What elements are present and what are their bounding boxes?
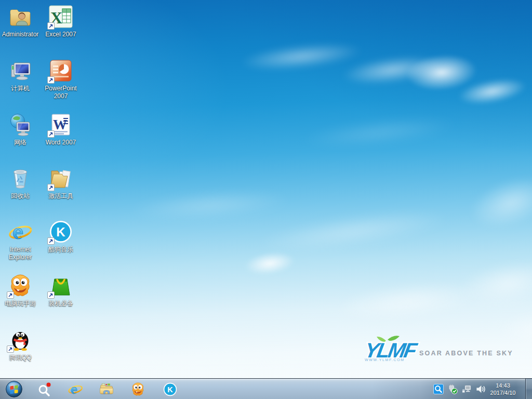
- monkey-icon: [130, 382, 145, 397]
- show-desktop-button[interactable]: [525, 379, 532, 399]
- usb-check-icon: [447, 384, 458, 394]
- icon-label: Excel 2007: [41, 31, 81, 38]
- open-folder-icon: [48, 166, 73, 191]
- blue-magnifier-icon: [433, 384, 444, 394]
- svg-text:e: e: [12, 221, 23, 243]
- system-tray: [433, 379, 486, 399]
- svg-text:e: e: [71, 382, 77, 396]
- word-icon: W: [48, 112, 73, 137]
- windows7-desktop: YLMF YLMF SOAR ABOVE THE SKY WWW.YLMF.CO…: [0, 0, 532, 399]
- taskbar-button-pc-plays-mobile-games[interactable]: [124, 379, 152, 399]
- icon-label: 网络: [1, 139, 40, 147]
- qq-icon: [8, 327, 33, 352]
- recycle-bin-icon: [8, 166, 33, 191]
- computer-icon: [8, 58, 33, 83]
- icon-label: 激活工具: [41, 192, 81, 200]
- tray-network-status[interactable]: [461, 384, 472, 394]
- desktop-icon-kugou-music[interactable]: K 酷狗音乐: [41, 219, 81, 254]
- icon-label: 酷狗音乐: [41, 246, 81, 254]
- excel-icon: X: [48, 4, 73, 29]
- icon-label: 腾讯QQ: [1, 354, 40, 362]
- taskbar-button-internet-explorer[interactable]: e: [61, 379, 89, 399]
- shortcut-arrow-icon: [47, 184, 55, 191]
- desktop-icon-tencent-qq[interactable]: 腾讯QQ: [1, 327, 40, 362]
- network-globe-icon: [8, 112, 33, 137]
- icon-label: Internet Explorer: [1, 246, 40, 261]
- shopping-bag-icon: [48, 273, 73, 298]
- desktop-icon-pc-plays-mobile-games[interactable]: 电脑玩手游: [1, 273, 40, 308]
- taskbar-button-kugou-music[interactable]: K: [156, 379, 184, 399]
- icon-label: PowerPoint 2007: [41, 85, 81, 100]
- monkey-icon: [8, 273, 33, 298]
- taskbar-clock[interactable]: 14:43 2017/4/10: [486, 379, 520, 399]
- taskbar-button-windows-explorer[interactable]: [92, 379, 121, 399]
- icon-label: 回收站: [1, 192, 40, 200]
- shortcut-arrow-icon: [47, 237, 55, 245]
- powerpoint-icon: [48, 58, 73, 83]
- shortcut-arrow-icon: [7, 291, 14, 299]
- shortcut-arrow-icon: [7, 345, 14, 353]
- search-red-dot-icon: [36, 381, 52, 397]
- svg-text:K: K: [167, 385, 173, 393]
- brand-url: WWW.YLMF.COM: [365, 358, 405, 362]
- svg-text:K: K: [56, 225, 65, 239]
- desktop-icon-computer[interactable]: 计算机: [1, 58, 40, 92]
- taskbar: e K: [0, 378, 532, 399]
- tray-volume[interactable]: [475, 384, 486, 394]
- tray-usb-safely-remove[interactable]: [447, 384, 458, 394]
- ie-icon: e: [68, 381, 83, 397]
- desktop-icon-word-2007[interactable]: W Word 2007: [41, 112, 81, 147]
- clock-date: 2017/4/10: [490, 389, 516, 396]
- ie-icon: e: [8, 219, 33, 244]
- user-folder-icon: [8, 4, 33, 29]
- shortcut-arrow-icon: [47, 22, 55, 30]
- explorer-folder-icon: [99, 381, 114, 397]
- network-icon: [461, 384, 472, 394]
- icon-label: 装机必备: [41, 300, 81, 308]
- desktop-icon-powerpoint-2007[interactable]: PowerPoint 2007: [41, 58, 81, 100]
- speaker-icon: [475, 384, 486, 394]
- desktop-icon-essential-apps[interactable]: 装机必备: [41, 273, 81, 308]
- shortcut-arrow-icon: [47, 291, 55, 299]
- windows-orb-icon: [4, 379, 24, 399]
- ylmf-logo: YLMF YLMF SOAR ABOVE THE SKY WWW.YLMF.CO…: [361, 334, 501, 365]
- shortcut-arrow-icon: [47, 76, 55, 84]
- kugou-icon: K: [163, 382, 178, 397]
- brand-tagline: SOAR ABOVE THE SKY: [419, 350, 513, 357]
- cloud: [445, 154, 532, 250]
- desktop-icon-recycle-bin[interactable]: 回收站: [1, 166, 40, 200]
- icon-label: 电脑玩手游: [1, 300, 40, 308]
- cloud: [269, 105, 489, 159]
- icon-label: 计算机: [1, 85, 40, 92]
- desktop-icon-network[interactable]: 网络: [1, 112, 40, 147]
- desktop-icon-excel-2007[interactable]: X Excel 2007: [41, 4, 81, 38]
- icon-label: Word 2007: [41, 139, 81, 147]
- desktop-icon-activation-tool[interactable]: 激活工具: [41, 166, 81, 200]
- tray-search-tool[interactable]: [433, 384, 444, 394]
- svg-text:W: W: [53, 117, 67, 132]
- icon-label: Administrator: [1, 31, 40, 38]
- clock-time: 14:43: [496, 382, 510, 389]
- shortcut-arrow-icon: [47, 130, 55, 138]
- start-button[interactable]: [2, 379, 26, 399]
- desktop-icon-administrator[interactable]: Administrator: [1, 4, 40, 38]
- desktop-icon-internet-explorer[interactable]: e Internet Explorer: [1, 219, 40, 261]
- kugou-icon: K: [48, 219, 73, 244]
- taskbar-button-search[interactable]: [30, 379, 58, 399]
